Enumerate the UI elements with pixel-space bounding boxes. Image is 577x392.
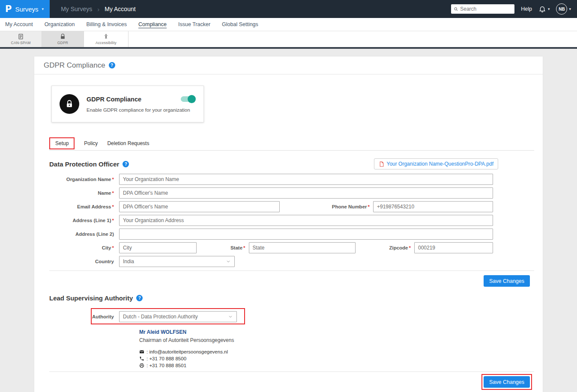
- contact-role: Chairman of Autoriteit Persoonsgegevens: [139, 337, 498, 343]
- gdpr-sub-tabs: Setup Policy Deletion Requests: [49, 136, 534, 151]
- pdf-file-icon: [379, 161, 384, 167]
- envelope-icon: [139, 349, 144, 354]
- contact-fax-line: : +31 70 888 8501: [139, 363, 498, 368]
- country-select[interactable]: India: [119, 256, 235, 267]
- tab-label: GDPR: [57, 41, 68, 45]
- lock-icon: [65, 99, 74, 109]
- phone-label: Phone Number*: [332, 204, 370, 209]
- lsa-form: Authority Dutch - Data Protection Author…: [49, 311, 498, 368]
- gdpr-card-title: GDPR Compliance: [87, 96, 190, 103]
- accessibility-icon: [103, 33, 109, 40]
- annotation-box-save: Save Changes: [481, 374, 532, 390]
- topbar-actions: Help ▾ NB ▾: [451, 3, 577, 15]
- lock-badge: [60, 94, 79, 114]
- zipcode-input[interactable]: [414, 242, 493, 253]
- chevron-down-icon: [226, 259, 231, 264]
- breadcrumb-separator-icon: ›: [97, 6, 99, 13]
- state-label: State*: [230, 245, 245, 250]
- gdpr-toggle[interactable]: [181, 96, 195, 102]
- nav-my-account[interactable]: My Account: [5, 21, 33, 27]
- gdpr-toggle-card: GDPR Compliance Enable GDPR compliance f…: [51, 86, 204, 122]
- notifications-menu[interactable]: ▾: [538, 5, 550, 13]
- contact-fax: : +31 70 888 8501: [146, 363, 186, 368]
- tab-can-spam[interactable]: CAN-SPAM: [0, 31, 42, 47]
- dpa-pdf-label: Your Organization Name-QuestionPro-DPA.p…: [387, 161, 493, 167]
- dpa-pdf-button[interactable]: Your Organization Name-QuestionPro-DPA.p…: [374, 158, 498, 169]
- authority-select[interactable]: Dutch - Data Protection Authority: [119, 311, 237, 322]
- save-changes-button[interactable]: Save Changes: [484, 376, 530, 388]
- phone-group: Phone Number*: [332, 201, 493, 212]
- zipcode-label: Zipcode*: [389, 245, 411, 250]
- nav-global-settings[interactable]: Global Settings: [222, 21, 258, 27]
- authority-label: Authority: [49, 314, 119, 319]
- state-input[interactable]: [249, 242, 356, 253]
- required-marker: *: [409, 245, 411, 250]
- required-marker: *: [112, 190, 114, 196]
- help-icon[interactable]: ?: [109, 62, 115, 68]
- contact-email: : info@autoriteitpersoonsgegevens.nl: [146, 349, 228, 354]
- lsa-section-header: Lead Supervising Authority ?: [49, 294, 534, 302]
- name-label: Name*: [49, 190, 119, 196]
- contact-name: Mr Aleid WOLFSEN: [139, 329, 498, 335]
- product-switcher[interactable]: P Surveys ▾: [0, 0, 50, 18]
- gdpr-card-text: GDPR Compliance Enable GDPR compliance f…: [87, 94, 190, 114]
- address1-label: Address (Line 1)*: [49, 218, 119, 223]
- search-box[interactable]: [451, 4, 514, 14]
- city-label: City*: [49, 245, 119, 250]
- required-marker: *: [112, 218, 114, 223]
- dpa-name-input[interactable]: [119, 187, 493, 199]
- nav-organization[interactable]: Organization: [45, 21, 75, 27]
- country-label: Country: [49, 259, 119, 264]
- authority-contact-card: Mr Aleid WOLFSEN Chairman of Autoriteit …: [139, 329, 498, 368]
- dpo-save-row: Save Changes: [34, 275, 530, 287]
- dpo-form: Organization Name* Name* Email Address* …: [49, 174, 498, 267]
- form-row-name: Name*: [49, 187, 498, 199]
- toggle-knob: [188, 95, 196, 103]
- form-row-email-phone: Email Address* Phone Number*: [49, 201, 498, 212]
- account-menu[interactable]: NB ▾: [556, 3, 571, 15]
- nav-issue-tracker[interactable]: Issue Tracker: [178, 21, 210, 27]
- gdpr-compliance-panel: GDPR Compliance ? GDPR Compliance Enable…: [34, 56, 543, 392]
- tab-deletion-requests[interactable]: Deletion Requests: [107, 140, 149, 146]
- breadcrumb-my-surveys[interactable]: My Surveys: [61, 6, 92, 12]
- save-changes-button[interactable]: Save Changes: [484, 275, 530, 287]
- required-marker: *: [243, 245, 245, 250]
- nav-billing-invoices[interactable]: Billing & Invoices: [87, 21, 127, 27]
- phone-input[interactable]: [373, 201, 493, 212]
- nav-compliance[interactable]: Compliance: [138, 21, 167, 27]
- tab-accessibility[interactable]: Accessibility: [84, 31, 129, 47]
- form-row-country: Country India: [49, 256, 498, 267]
- help-icon[interactable]: ?: [136, 295, 143, 301]
- section-divider: [49, 371, 534, 372]
- lsa-section-title: Lead Supervising Authority: [49, 294, 133, 302]
- breadcrumb: My Surveys › My Account: [61, 6, 136, 13]
- city-input[interactable]: [119, 242, 197, 253]
- chevron-down-icon: ▾: [569, 7, 571, 11]
- organization-name-label: Organization Name*: [49, 177, 119, 182]
- dpo-section-header: Data Protection Officer ? Your Organizat…: [49, 158, 534, 169]
- help-icon[interactable]: ?: [123, 161, 129, 167]
- tab-label: Accessibility: [96, 41, 117, 45]
- email-input[interactable]: [119, 201, 280, 212]
- chevron-down-icon: ▾: [42, 7, 44, 11]
- compliance-tab-strip: CAN-SPAM GDPR Accessibility: [0, 31, 577, 49]
- required-marker: *: [112, 245, 114, 250]
- address-line2-input[interactable]: [119, 229, 493, 240]
- tab-setup[interactable]: Setup: [49, 137, 75, 149]
- section-divider: [49, 270, 534, 271]
- bell-icon: [538, 5, 546, 13]
- contact-details: : info@autoriteitpersoonsgegevens.nl : +…: [139, 349, 498, 368]
- form-row-address2: Address (Line 2): [49, 229, 498, 240]
- tab-gdpr[interactable]: GDPR: [42, 31, 84, 47]
- tab-policy[interactable]: Policy: [84, 140, 98, 146]
- phone-icon: [139, 356, 144, 361]
- contact-phone: : +31 70 888 8500: [146, 356, 186, 361]
- help-link[interactable]: Help: [521, 6, 532, 12]
- required-marker: *: [368, 204, 370, 209]
- address-line1-input[interactable]: [119, 215, 493, 226]
- organization-name-input[interactable]: [119, 174, 493, 185]
- email-label: Email Address*: [49, 204, 119, 209]
- zipcode-group: Zipcode*: [389, 242, 493, 253]
- main-content: GDPR Compliance ? GDPR Compliance Enable…: [0, 49, 577, 392]
- search-input[interactable]: [460, 6, 512, 12]
